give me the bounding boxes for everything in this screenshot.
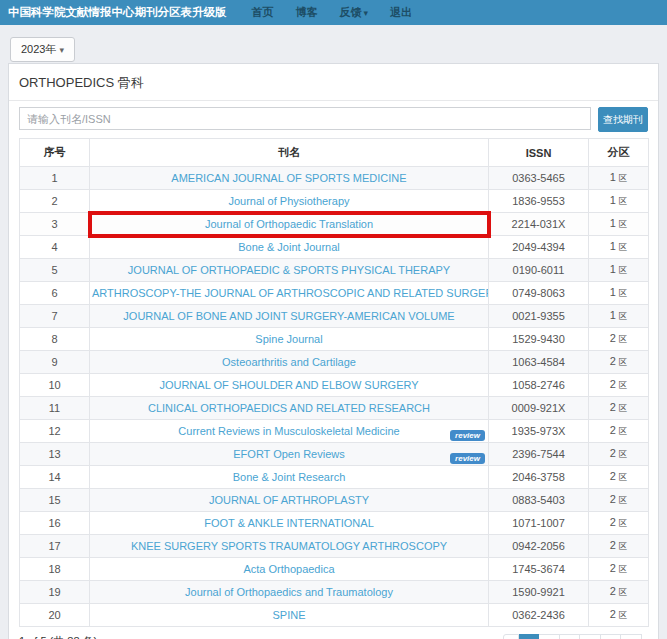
review-badge: review [450,430,485,441]
journal-link[interactable]: JOURNAL OF BONE AND JOINT SURGERY-AMERIC… [123,310,454,322]
table-row: 20SPINE0362-24362区 [20,604,649,627]
journal-name-cell: EFORT Open Reviewsreview [90,443,489,466]
journal-link[interactable]: Journal of Orthopaedics and Traumatology [185,586,393,598]
nav-item-logout[interactable]: 退出 [390,5,412,20]
zone-suffix: 区 [619,357,628,367]
zone-suffix: 区 [619,380,628,390]
journal-link[interactable]: Journal of Orthopaedic Translation [205,218,373,230]
zone-suffix: 区 [619,403,628,413]
zone-cell: 2区 [589,374,649,397]
journal-link[interactable]: Bone & Joint Journal [238,241,340,253]
row-index-cell: 4 [20,236,90,259]
table-row: 18Acta Orthopaedica1745-36742区 [20,558,649,581]
journal-name-cell: FOOT & ANKLE INTERNATIONAL [90,512,489,535]
journal-link[interactable]: Journal of Physiotherapy [228,195,349,207]
zone-cell: 1区 [589,167,649,190]
nav-item-feedback-label: 反馈 [340,6,362,18]
nav-item-feedback[interactable]: 反馈▾ [340,5,369,20]
journal-link[interactable]: Bone & Joint Research [233,471,346,483]
pagination-page-button[interactable]: 1 [519,634,540,639]
journal-name-cell: JOURNAL OF ORTHOPAEDIC & SPORTS PHYSICAL… [90,259,489,282]
search-input[interactable] [19,107,591,130]
journal-link[interactable]: CLINICAL ORTHOPAEDICS AND RELATED RESEAR… [148,402,430,414]
journal-link[interactable]: FOOT & ANKLE INTERNATIONAL [204,517,374,529]
journal-link[interactable]: KNEE SURGERY SPORTS TRAUMATOLOGY ARTHROS… [131,540,447,552]
zone-suffix: 区 [619,173,628,183]
zone-number: 2 [610,401,616,413]
journal-link[interactable]: SPINE [272,609,305,621]
row-index-cell: 9 [20,351,90,374]
journal-name-cell: Journal of Physiotherapy [90,190,489,213]
nav-item-home[interactable]: 首页 [252,5,274,20]
table-row: 5JOURNAL OF ORTHOPAEDIC & SPORTS PHYSICA… [20,259,649,282]
issn-cell: 2214-031X [489,213,589,236]
zone-suffix: 区 [619,288,628,298]
journal-link[interactable]: JOURNAL OF SHOULDER AND ELBOW SURGERY [159,379,418,391]
row-index-cell: 16 [20,512,90,535]
pagination-page-button[interactable]: 2 [539,634,560,639]
journal-link[interactable]: JOURNAL OF ARTHROPLASTY [209,494,369,506]
zone-number: 2 [610,355,616,367]
table-row: 14Bone & Joint Research2046-37582区 [20,466,649,489]
year-dropdown-button[interactable]: 2023年▾ [10,37,75,62]
row-index-cell: 3 [20,213,90,236]
pagination-page-button[interactable]: 4 [580,634,601,639]
journal-link[interactable]: Osteoarthritis and Cartilage [222,356,356,368]
page-title: ORTHOPEDICS 骨科 [9,64,658,101]
pagination-page-button[interactable]: 5 [601,634,622,639]
journal-name-cell: AMERICAN JOURNAL OF SPORTS MEDICINE [90,167,489,190]
zone-number: 2 [610,539,616,551]
zone-cell: 2区 [589,512,649,535]
journal-name-cell: KNEE SURGERY SPORTS TRAUMATOLOGY ARTHROS… [90,535,489,558]
zone-cell: 2区 [589,535,649,558]
journal-name-cell: ARTHROSCOPY-THE JOURNAL OF ARTHROSCOPIC … [90,282,489,305]
zone-cell: 2区 [589,558,649,581]
issn-cell: 0883-5403 [489,489,589,512]
zone-suffix: 区 [619,518,628,528]
table-row: 8Spine Journal1529-94302区 [20,328,649,351]
pagination-prev-button[interactable]: « [503,634,519,639]
zone-number: 1 [610,263,616,275]
journals-table: 序号 刊名 ISSN 分区 1AMERICAN JOURNAL OF SPORT… [19,138,649,627]
zone-cell: 2区 [589,328,649,351]
issn-cell: 2396-7544 [489,443,589,466]
top-navbar: 中国科学院文献情报中心期刊分区表升级版 首页 博客 反馈▾ 退出 [0,0,667,25]
journal-name-cell: Current Reviews in Musculoskeletal Medic… [90,420,489,443]
pagination-page-button[interactable]: 3 [560,634,581,639]
journal-link[interactable]: Acta Orthopaedica [243,563,334,575]
issn-cell: 0021-9355 [489,305,589,328]
zone-number: 2 [610,332,616,344]
nav-item-blog[interactable]: 博客 [296,5,318,20]
year-dropdown-label: 2023年 [21,43,56,55]
journal-link[interactable]: AMERICAN JOURNAL OF SPORTS MEDICINE [171,172,406,184]
zone-suffix: 区 [619,265,628,275]
journal-name-cell: JOURNAL OF ARTHROPLASTY [90,489,489,512]
row-index-cell: 17 [20,535,90,558]
issn-cell: 1590-9921 [489,581,589,604]
caret-down-icon: ▾ [364,8,369,18]
table-row: 9Osteoarthritis and Cartilage1063-45842区 [20,351,649,374]
issn-cell: 1836-9553 [489,190,589,213]
journal-name-cell: Spine Journal [90,328,489,351]
search-button[interactable]: 查找期刊 [598,107,648,132]
journal-name-cell: Osteoarthritis and Cartilage [90,351,489,374]
zone-suffix: 区 [619,311,628,321]
row-index-cell: 15 [20,489,90,512]
row-index-cell: 14 [20,466,90,489]
zone-cell: 1区 [589,282,649,305]
journal-link[interactable]: JOURNAL OF ORTHOPAEDIC & SPORTS PHYSICAL… [128,264,450,276]
issn-cell: 2046-3758 [489,466,589,489]
journal-link[interactable]: Spine Journal [255,333,322,345]
row-index-cell: 6 [20,282,90,305]
site-brand[interactable]: 中国科学院文献情报中心期刊分区表升级版 [8,5,227,20]
table-row: 1AMERICAN JOURNAL OF SPORTS MEDICINE0363… [20,167,649,190]
zone-number: 1 [610,217,616,229]
journal-link[interactable]: ARTHROSCOPY-THE JOURNAL OF ARTHROSCOPIC … [92,287,489,299]
zone-number: 2 [610,562,616,574]
row-index-cell: 12 [20,420,90,443]
journal-name-cell: JOURNAL OF SHOULDER AND ELBOW SURGERY [90,374,489,397]
journal-link[interactable]: EFORT Open Reviews [233,448,344,460]
pagination-next-button[interactable]: » [621,634,642,639]
row-index-cell: 19 [20,581,90,604]
journal-link[interactable]: Current Reviews in Musculoskeletal Medic… [178,425,399,437]
